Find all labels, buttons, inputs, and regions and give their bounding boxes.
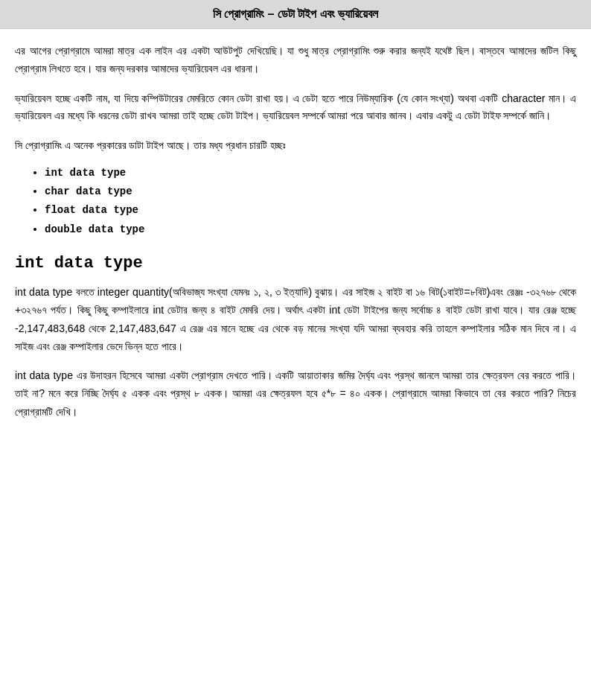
variable-paragraph: ভ্যারিয়েবল হচ্ছে একটি নাম, যা দিয়ে কম্… bbox=[15, 90, 576, 126]
list-item: double data type bbox=[45, 220, 576, 239]
int-section-heading: int data type bbox=[15, 254, 576, 273]
list-item: float data type bbox=[45, 201, 576, 220]
datatype-list: int data type char data type float data … bbox=[45, 164, 576, 239]
page-container: সি প্রোগ্রামিং – ডেটা টাইপ এবং ভ্যারিয়ে… bbox=[0, 0, 591, 700]
int-paragraph-2: int data type এর উদাহরন হিসেবে আমরা একটা… bbox=[15, 366, 576, 421]
page-title: সি প্রোগ্রামিং – ডেটা টাইপ এবং ভ্যারিয়ে… bbox=[213, 7, 379, 20]
list-item: char data type bbox=[45, 182, 576, 201]
page-header: সি প্রোগ্রামিং – ডেটা টাইপ এবং ভ্যারিয়ে… bbox=[0, 0, 591, 29]
datatypes-intro: সি প্রোগ্রামিং এ অনেক প্রকারের ডাটা টাইপ… bbox=[15, 137, 576, 155]
list-item: int data type bbox=[45, 164, 576, 182]
int-paragraph-1: int data type বলতে integer quantity(অবিভ… bbox=[15, 283, 576, 356]
page-content: এর আগের প্রোগ্রামে আমরা মাত্র এক লাইন এর… bbox=[0, 29, 591, 446]
intro-paragraph: এর আগের প্রোগ্রামে আমরা মাত্র এক লাইন এর… bbox=[15, 42, 576, 78]
